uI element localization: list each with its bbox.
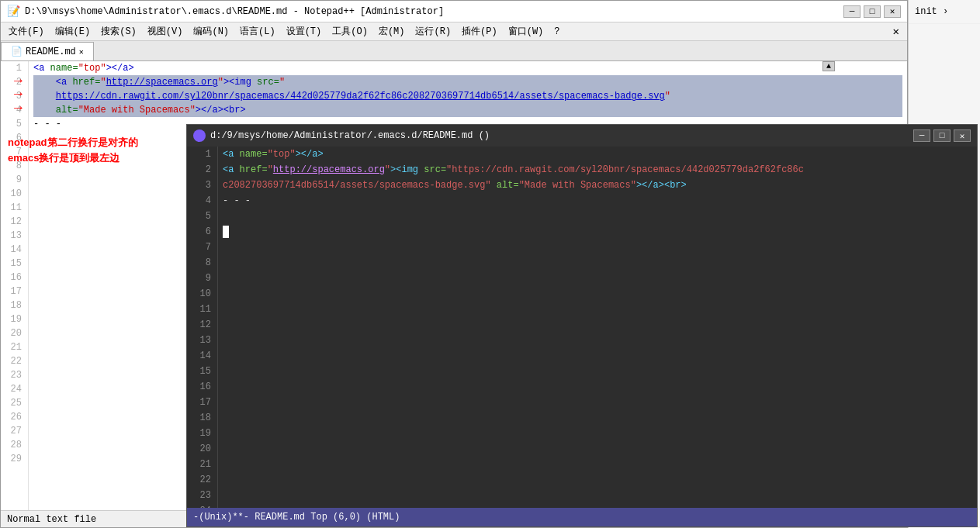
emacs-line-21 [223, 457, 972, 472]
emacs-line-13 [223, 333, 972, 348]
line-num-14: 14 [7, 243, 22, 257]
menu-file[interactable]: 文件(F) [4, 23, 49, 40]
emacs-titlebar: d:/9/msys/home/Administrator/.emacs.d/RE… [187, 125, 977, 147]
line-num-25: 25 [7, 396, 22, 410]
menu-view[interactable]: 视图(V) [143, 23, 188, 40]
notepad-menubar: 文件(F) 编辑(E) 搜索(S) 视图(V) 编码(N) 语言(L) 设置(T… [1, 22, 907, 41]
maximize-button[interactable]: □ [864, 5, 881, 18]
line-num-3: 3 [7, 89, 22, 103]
line-num-2: 2 [7, 75, 22, 89]
notepad-title-group: 📝 D:\9\msys\home\Administrator\.emacs.d\… [7, 5, 444, 18]
emacs-ln-6: 6 [193, 224, 211, 240]
line-num-22: 22 [7, 354, 22, 368]
menu-run[interactable]: 运行(R) [410, 23, 455, 40]
emacs-line-23 [223, 488, 972, 503]
emacs-line-12 [223, 317, 972, 333]
line-num-23: 23 [7, 368, 22, 382]
emacs-line-6 [223, 224, 972, 240]
emacs-ln-2: 2 [193, 162, 211, 178]
emacs-ln-16: 16 [193, 379, 211, 395]
emacs-ln-21: 21 [193, 457, 211, 472]
line-num-29: 29 [7, 452, 22, 466]
emacs-minimize-button[interactable]: ─ [913, 129, 930, 142]
emacs-ln-1: 1 [193, 147, 211, 162]
line-num-12: 12 [7, 215, 22, 229]
minimize-button[interactable]: ─ [843, 5, 861, 18]
menu-macro[interactable]: 宏(M) [374, 23, 410, 40]
menu-encoding[interactable]: 编码(N) [189, 23, 234, 40]
line-num-1: 1 [7, 61, 22, 75]
emacs-ln-23: 23 [193, 488, 211, 503]
emacs-line-9 [223, 271, 972, 286]
emacs-ln-18: 18 [193, 410, 211, 426]
menu-help[interactable]: ? [549, 25, 564, 39]
line-num-20: 20 [7, 326, 22, 340]
scrollbar-up[interactable]: ▲ [822, 61, 835, 71]
menu-settings[interactable]: 设置(T) [282, 23, 327, 40]
emacs-line-24 [223, 503, 972, 508]
emacs-ln-24: 24 [193, 503, 211, 508]
tab-readme[interactable]: 📄 README.md ✕ [1, 42, 94, 60]
line-num-16: 16 [7, 271, 22, 285]
emacs-ln-8: 8 [193, 255, 211, 271]
emacs-line-10 [223, 286, 972, 302]
menu-edit[interactable]: 编辑(E) [50, 23, 95, 40]
line-num-5: 5 [7, 117, 22, 131]
close-button[interactable]: ✕ [884, 5, 901, 18]
line-num-8: 8 [7, 159, 22, 173]
code-line-4: alt="Made with Spacemacs"></a><br> [33, 103, 902, 117]
line-num-18: 18 [7, 299, 22, 312]
line-num-21: 21 [7, 340, 22, 354]
line-num-4: 4 [7, 103, 22, 117]
tab-icon: 📄 [11, 46, 23, 57]
emacs-line-8 [223, 255, 972, 271]
emacs-ln-13: 13 [193, 333, 211, 348]
emacs-line-15 [223, 364, 972, 379]
line-num-13: 13 [7, 229, 22, 243]
emacs-line-5 [223, 209, 972, 224]
line-num-10: 10 [7, 187, 22, 201]
emacs-ln-7: 7 [193, 240, 211, 255]
emacs-ln-12: 12 [193, 317, 211, 333]
notepad-title-text: D:\9\msys\home\Administrator\.emacs.d\RE… [25, 6, 444, 17]
panel-close-button[interactable]: ✕ [888, 25, 904, 38]
emacs-ln-19: 19 [193, 426, 211, 441]
notepad-line-numbers: 1 2 3 4 5 6 7 8 9 10 11 12 13 14 15 16 1… [1, 61, 29, 510]
emacs-code-area[interactable]: <a name="top"></a> <a href="http://space… [218, 147, 977, 508]
emacs-line-18 [223, 410, 972, 426]
emacs-line-7 [223, 240, 972, 255]
line-num-11: 11 [7, 201, 22, 215]
menu-search[interactable]: 搜索(S) [96, 23, 141, 40]
code-line-1: <a name="top"></a> [33, 61, 902, 75]
line-num-17: 17 [7, 285, 22, 299]
line-num-28: 28 [7, 438, 22, 452]
emacs-line-16 [223, 379, 972, 395]
tab-label: README.md [26, 47, 76, 57]
line-num-24: 24 [7, 382, 22, 396]
emacs-close-button[interactable]: ✕ [954, 129, 971, 142]
menu-plugins[interactable]: 插件(P) [457, 23, 502, 40]
line-num-15: 15 [7, 257, 22, 271]
emacs-maximize-button[interactable]: □ [933, 129, 951, 142]
emacs-ln-9: 9 [193, 271, 211, 286]
notepad-tabs: 📄 README.md ✕ [1, 41, 907, 61]
line-num-19: 19 [7, 312, 22, 326]
menu-tools[interactable]: 工具(O) [327, 23, 372, 40]
emacs-line-1: <a name="top"></a> [223, 147, 972, 162]
emacs-window-controls: ─ □ ✕ [913, 129, 971, 142]
emacs-ln-5: 5 [193, 209, 211, 224]
menu-window[interactable]: 窗口(W) [504, 23, 549, 40]
emacs-title-group: d:/9/msys/home/Administrator/.emacs.d/RE… [193, 129, 490, 142]
line-num-6: 6 [7, 131, 22, 145]
tab-close-button[interactable]: ✕ [79, 47, 84, 57]
emacs-line-11 [223, 302, 972, 317]
emacs-ln-3: 3 [193, 178, 211, 193]
emacs-editor: 1 2 3 4 5 6 7 8 9 10 11 12 13 14 15 16 1… [187, 147, 977, 508]
emacs-line-4: - - - [223, 193, 972, 209]
emacs-line-3: c2082703697714db6514/assets/spacemacs-ba… [223, 178, 972, 193]
side-panel-init[interactable]: init › [909, 0, 980, 24]
emacs-ln-15: 15 [193, 364, 211, 379]
emacs-ln-14: 14 [193, 348, 211, 364]
menu-language[interactable]: 语言(L) [235, 23, 280, 40]
emacs-statusbar: -(Unix)**- README.md Top (6,0) (HTML) [187, 508, 977, 526]
